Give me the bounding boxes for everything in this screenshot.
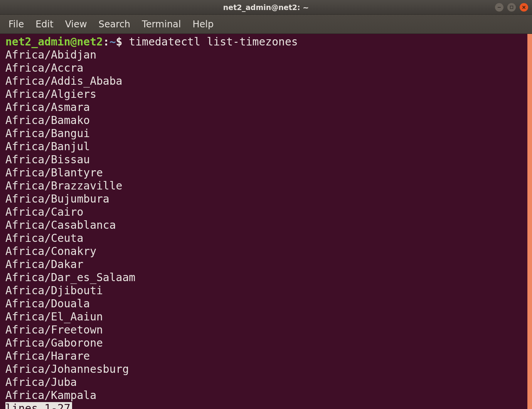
output-line: Africa/Blantyre [5,166,103,179]
output-line: Africa/Bissau [5,153,90,166]
prompt-separator: : [103,35,109,48]
output-line: Africa/Harare [5,350,90,362]
output-line: Africa/Gaborone [5,337,103,349]
output-line: Africa/Douala [5,297,90,310]
output-line: Africa/Abidjan [5,49,96,61]
output-line: Africa/Djibouti [5,284,103,297]
menu-view[interactable]: View [65,19,87,30]
output-line: Africa/Freetown [5,324,103,336]
prompt-user-host: net2_admin@net2 [5,35,103,48]
output-line: Africa/Banjul [5,140,90,153]
terminal-viewport[interactable]: net2_admin@net2:~$ timedatectl list-time… [0,34,532,409]
output-line: Africa/Addis_Ababa [5,75,122,87]
prompt-path: ~ [109,35,116,48]
output-line: Africa/Cairo [5,206,83,218]
output-line: Africa/Bamako [5,114,90,127]
output-line: Africa/Bangui [5,127,90,140]
output-line: Africa/Asmara [5,101,90,114]
command-text: timedatectl list-timezones [129,35,298,48]
menu-search[interactable]: Search [99,19,130,30]
output-line: Africa/Dakar [5,258,83,271]
close-icon [522,5,526,9]
output-line: Africa/Casablanca [5,219,116,231]
output-line: Africa/El_Aaiun [5,310,103,323]
maximize-icon [510,5,513,9]
output-line: Africa/Accra [5,62,83,74]
menu-file[interactable]: File [8,19,24,30]
window-controls [495,3,528,12]
minimize-icon [497,5,501,9]
output-line: Africa/Dar_es_Salaam [5,271,135,284]
pager-status: lines 1-27 [5,402,72,409]
output-line: Africa/Bujumbura [5,193,109,205]
close-button[interactable] [520,3,528,12]
menubar: File Edit View Search Terminal Help [0,15,532,34]
menu-terminal[interactable]: Terminal [142,19,181,30]
output-line: Africa/Conakry [5,245,96,258]
minimize-button[interactable] [495,3,503,12]
window-title: net2_admin@net2: ~ [223,3,309,12]
output-line: Africa/Ceuta [5,232,83,245]
output-line: Africa/Brazzaville [5,179,122,192]
terminal-window: net2_admin@net2: ~ File Edit View Search… [0,0,532,409]
menu-help[interactable]: Help [193,19,214,30]
prompt-sigil: $ [116,35,123,48]
titlebar: net2_admin@net2: ~ [0,0,532,15]
maximize-button[interactable] [507,3,516,12]
output-line: Africa/Algiers [5,88,96,101]
output-line: Africa/Johannesburg [5,363,129,375]
output-line: Africa/Juba [5,376,77,389]
menu-edit[interactable]: Edit [35,19,53,30]
svg-rect-1 [510,6,513,8]
output-line: Africa/Kampala [5,389,96,402]
